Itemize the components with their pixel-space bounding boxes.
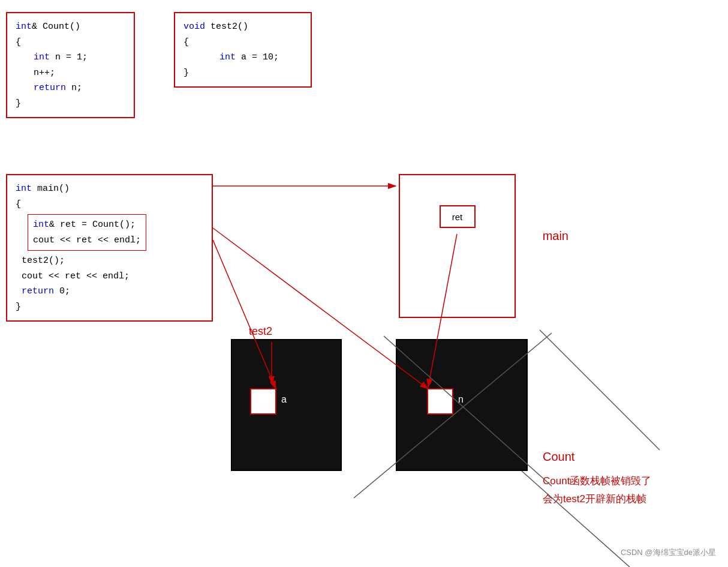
count-title: int& Count()	[16, 19, 125, 35]
watermark: CSDN @海绵宝宝de派小星	[621, 547, 716, 558]
stack-frame-test2: a	[231, 339, 342, 471]
main-inner-highlighted: int& ret = Count(); cout << ret << endl;	[28, 214, 146, 251]
test2-line2: int a = 10;	[183, 50, 302, 65]
stack-frame-main: ret main	[399, 174, 516, 318]
main-brace-close: }	[16, 299, 203, 315]
main-inner-line2: cout << ret << endl;	[33, 233, 141, 248]
main-brace-open: {	[16, 197, 203, 212]
main-stack-label: main	[543, 229, 568, 243]
count-line1: {	[16, 35, 125, 50]
a-variable-box	[250, 388, 276, 415]
count-line3: n++;	[16, 65, 125, 81]
a-variable-label: a	[281, 394, 287, 405]
svg-line-10	[540, 330, 660, 450]
main-line3: test2();	[16, 253, 203, 269]
description-line2: 会为test2开辟新的栈帧	[543, 492, 646, 506]
n-variable-label: n	[458, 394, 464, 405]
count-function-box: int& Count() { int n = 1; n++; return n;…	[6, 12, 135, 118]
test2-stack-label: test2	[249, 325, 272, 338]
count-line2: int n = 1;	[16, 50, 125, 65]
main-inner-line1: int& ret = Count();	[33, 217, 141, 233]
n-variable-box	[427, 388, 453, 415]
ret-variable-box: ret	[440, 205, 476, 228]
description-line1: Count函数栈帧被销毁了	[543, 474, 651, 488]
count-line5: }	[16, 96, 125, 112]
main-line4: cout << ret << endl;	[16, 269, 203, 284]
count-stack-label: Count	[543, 450, 574, 464]
test2-line3: }	[183, 65, 302, 81]
count-line4: return n;	[16, 80, 125, 96]
main-title: int main()	[16, 181, 203, 197]
stack-frame-count: n	[396, 339, 528, 471]
test2-line1: {	[183, 35, 302, 50]
test2-function-box: void test2() { int a = 10; }	[174, 12, 312, 88]
test2-title: void test2()	[183, 19, 302, 35]
main-line5: return 0;	[16, 284, 203, 299]
main-function-box: int main() { int& ret = Count(); cout <<…	[6, 174, 213, 322]
